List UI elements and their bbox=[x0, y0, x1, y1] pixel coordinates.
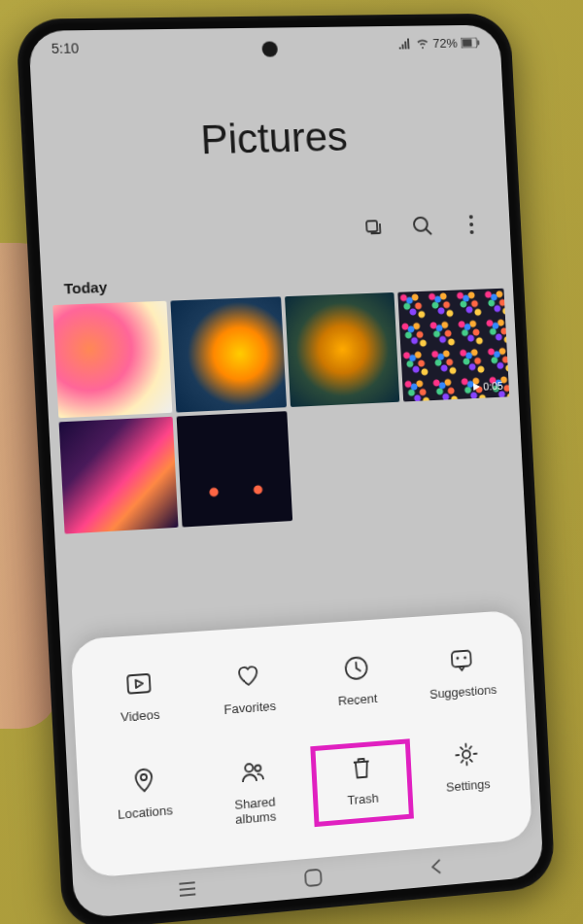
menu-favorites[interactable]: Favorites bbox=[196, 652, 300, 725]
svg-line-5 bbox=[426, 228, 431, 234]
svg-rect-21 bbox=[305, 869, 322, 885]
svg-point-15 bbox=[245, 763, 253, 771]
wifi-icon bbox=[416, 37, 429, 49]
bottom-sheet-menu: Videos Favorites Recent bbox=[70, 609, 532, 878]
svg-rect-1 bbox=[463, 38, 472, 46]
trash-icon bbox=[346, 751, 376, 782]
page-title: Pictures bbox=[33, 110, 506, 167]
photo-thumbnail[interactable] bbox=[170, 296, 287, 412]
menu-label: Locations bbox=[118, 802, 174, 822]
phone-frame: 5:10 72% Pictures Today bbox=[16, 13, 556, 924]
nav-back[interactable] bbox=[424, 854, 448, 879]
svg-point-4 bbox=[414, 217, 428, 230]
nav-recents[interactable] bbox=[175, 875, 200, 901]
photo-thumbnail[interactable] bbox=[285, 291, 399, 406]
svg-point-12 bbox=[457, 656, 460, 659]
menu-label: Videos bbox=[120, 706, 160, 725]
video-thumbnail[interactable]: 0:05 bbox=[397, 288, 509, 400]
svg-point-16 bbox=[255, 765, 260, 770]
video-duration: 0:05 bbox=[483, 379, 503, 392]
photo-thumbnail[interactable] bbox=[59, 416, 178, 533]
nav-home[interactable] bbox=[301, 865, 326, 890]
heart-icon bbox=[233, 660, 264, 691]
svg-point-14 bbox=[140, 773, 146, 780]
menu-trash[interactable]: Trash bbox=[310, 738, 413, 827]
menu-recent[interactable]: Recent bbox=[305, 644, 407, 717]
gear-icon bbox=[452, 738, 481, 770]
svg-point-7 bbox=[469, 222, 473, 226]
battery-icon bbox=[461, 37, 480, 48]
battery-percent: 72% bbox=[432, 35, 458, 50]
more-icon[interactable] bbox=[461, 213, 482, 234]
svg-line-19 bbox=[180, 888, 195, 889]
svg-rect-2 bbox=[477, 39, 479, 44]
svg-rect-11 bbox=[452, 650, 471, 667]
thumbnail-row-2 bbox=[49, 395, 525, 534]
menu-label: Shared albums bbox=[234, 794, 277, 828]
menu-label: Trash bbox=[347, 790, 379, 807]
menu-label: Favorites bbox=[223, 699, 276, 718]
signal-icon bbox=[398, 37, 412, 49]
sync-icon[interactable] bbox=[362, 217, 385, 238]
video-duration-badge: 0:05 bbox=[471, 379, 504, 392]
svg-point-17 bbox=[463, 750, 470, 758]
screen: 5:10 72% Pictures Today bbox=[28, 24, 544, 919]
header: Pictures bbox=[30, 52, 509, 217]
menu-label: Settings bbox=[446, 776, 491, 795]
svg-line-20 bbox=[180, 894, 195, 895]
people-icon bbox=[238, 755, 269, 787]
menu-label: Recent bbox=[337, 691, 377, 709]
svg-line-18 bbox=[180, 882, 195, 883]
menu-label: Suggestions bbox=[429, 682, 497, 702]
thumbnail-row: 0:05 bbox=[43, 288, 519, 418]
svg-point-8 bbox=[470, 229, 474, 233]
menu-shared-albums[interactable]: Shared albums bbox=[202, 746, 307, 836]
svg-point-13 bbox=[463, 656, 466, 659]
status-right: 72% bbox=[398, 35, 480, 51]
menu-suggestions[interactable]: Suggestions bbox=[412, 637, 512, 709]
menu-locations[interactable]: Locations bbox=[91, 755, 198, 845]
suggestions-icon bbox=[447, 645, 477, 676]
clock-icon bbox=[341, 653, 371, 684]
play-icon bbox=[471, 381, 481, 391]
location-icon bbox=[128, 764, 159, 796]
videos-icon bbox=[122, 667, 154, 700]
svg-point-6 bbox=[469, 215, 473, 219]
photo-thumbnail[interactable] bbox=[176, 410, 292, 527]
svg-rect-3 bbox=[366, 221, 377, 231]
search-icon[interactable] bbox=[412, 215, 433, 236]
status-time: 5:10 bbox=[51, 40, 79, 56]
photo-thumbnail[interactable] bbox=[52, 300, 172, 417]
menu-videos[interactable]: Videos bbox=[86, 660, 192, 734]
menu-settings[interactable]: Settings bbox=[417, 730, 518, 817]
svg-rect-9 bbox=[127, 674, 150, 694]
camera-hole bbox=[261, 41, 278, 56]
